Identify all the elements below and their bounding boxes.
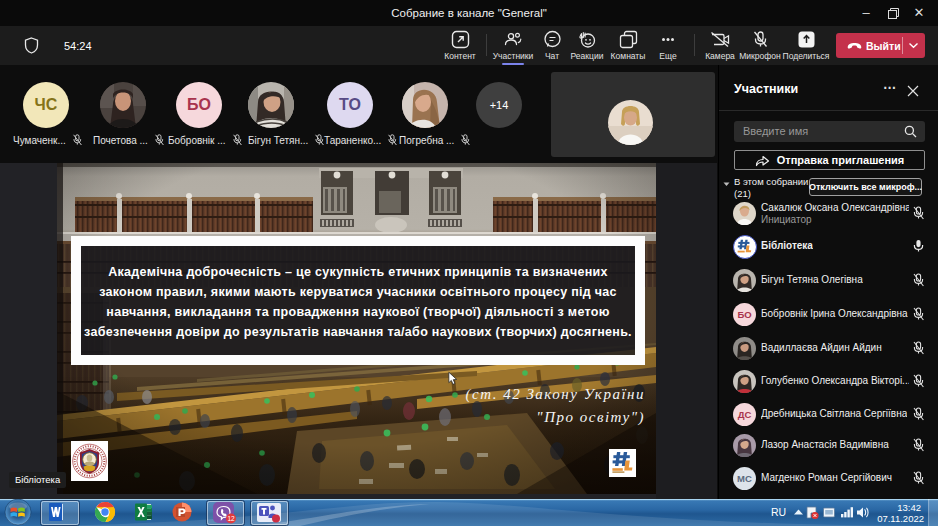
svg-text:RU: RU bbox=[771, 506, 786, 518]
svg-text:13:42: 13:42 bbox=[897, 502, 921, 513]
svg-text:07.11.2022: 07.11.2022 bbox=[877, 513, 924, 524]
svg-text:12: 12 bbox=[227, 515, 235, 522]
